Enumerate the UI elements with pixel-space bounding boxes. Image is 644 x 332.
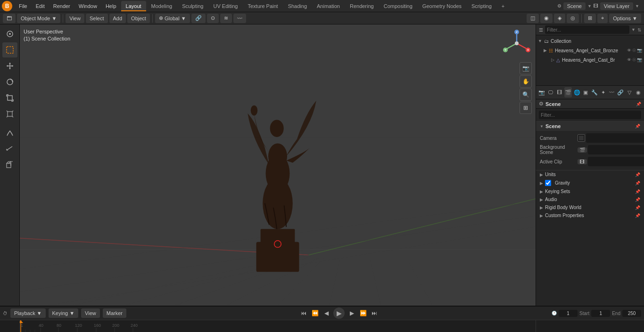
object-mode-btn[interactable]: Object Mode ▼	[17, 14, 60, 23]
menu-file[interactable]: File	[15, 2, 31, 10]
props-modifier-icon[interactable]: 🔧	[590, 87, 598, 97]
props-material-icon[interactable]: ◉	[634, 87, 642, 97]
editor-type-btn[interactable]: 🗔	[3, 14, 16, 23]
prev-frame-btn[interactable]: ◀	[322, 309, 330, 317]
props-data-icon[interactable]: ▽	[626, 87, 634, 97]
select-menu-btn[interactable]: Select	[86, 14, 108, 23]
tab-rendering[interactable]: Rendering	[345, 1, 379, 11]
tab-animation[interactable]: Animation	[312, 1, 345, 11]
gravity-pin[interactable]: 📌	[635, 181, 640, 186]
transform-extra-btn[interactable]: ≋	[220, 14, 232, 23]
falloff-btn[interactable]: 〰	[233, 14, 246, 23]
viewport-shading-wire-btn[interactable]: ◫	[527, 14, 539, 23]
next-keyframe-btn[interactable]: ⏩	[359, 309, 367, 317]
units-pin[interactable]: 📌	[635, 172, 640, 177]
proportional-btn[interactable]: ⊙	[207, 14, 219, 23]
play-first-btn[interactable]: ⏮	[299, 309, 308, 317]
active-clip-field[interactable]	[588, 157, 644, 166]
hand-tool-btn[interactable]: ✋	[520, 75, 532, 88]
snap-btn[interactable]: 🔗	[191, 14, 206, 23]
marker-btn[interactable]: Marker	[103, 308, 126, 318]
start-frame-input[interactable]: 1	[591, 310, 610, 317]
end-frame-input[interactable]: 250	[622, 310, 641, 317]
scene-section-pin[interactable]: 📌	[635, 124, 640, 129]
outliner-search-input[interactable]	[545, 25, 629, 34]
cursor-tool[interactable]	[2, 26, 17, 41]
props-particles-icon[interactable]: ✦	[599, 87, 607, 97]
menu-edit[interactable]: Edit	[32, 2, 49, 10]
tab-geometry-nodes[interactable]: Geometry Nodes	[418, 1, 466, 11]
tab-add[interactable]: +	[497, 1, 509, 11]
viewport-shading-mat-btn[interactable]: ◈	[554, 14, 565, 23]
camera-color-swatch[interactable]	[578, 134, 585, 142]
item0-visibility[interactable]: 👁	[627, 48, 631, 53]
tab-layout[interactable]: Layout	[121, 1, 146, 11]
item1-select[interactable]: ☉	[632, 57, 636, 62]
outliner-filter-icon[interactable]: ▼	[631, 27, 636, 32]
move-tool[interactable]	[2, 58, 17, 73]
outliner-item-0[interactable]: ▶ ☷ Heavens_Angel_Cast_Bronze 👁 ☉ 📷	[536, 46, 644, 55]
audio-section[interactable]: ▶ Audio 📌	[536, 195, 644, 203]
viewport-gizmo[interactable]: Z X Y	[503, 29, 531, 57]
keying-pin[interactable]: 📌	[635, 189, 640, 194]
viewport-3d[interactable]: User Perspective (1) Scene Collection Z …	[20, 24, 536, 306]
add-menu-btn[interactable]: Add	[109, 14, 126, 23]
gravity-checkbox[interactable]	[545, 180, 551, 186]
view-layer-selector[interactable]: View Layer	[600, 2, 633, 10]
bg-scene-icon-btn[interactable]: 🎬	[578, 147, 587, 153]
outliner-sort-icon[interactable]: ⇅	[637, 27, 641, 32]
viewport-shading-solid-btn[interactable]: ◉	[540, 14, 553, 23]
toggle-quads-btn[interactable]: ⊞	[520, 102, 532, 114]
props-world-icon[interactable]: 🌐	[573, 87, 581, 97]
item0-render[interactable]: 📷	[637, 48, 642, 53]
annotate-tool[interactable]	[2, 125, 17, 140]
scene-section-header[interactable]: ▼ Scene 📌	[536, 121, 644, 131]
add-cube-tool[interactable]	[2, 157, 17, 172]
outliner-scene-collection[interactable]: ▼ 🗂 Collection	[536, 36, 644, 46]
gizmo-btn[interactable]: ⌖	[597, 14, 608, 23]
view-timeline-btn[interactable]: View	[81, 308, 100, 318]
custom-props-section[interactable]: ▶ Custom Properties 📌	[536, 211, 644, 219]
props-output-icon[interactable]: 🖵	[547, 87, 555, 97]
view-menu-btn[interactable]: View	[66, 14, 84, 23]
rigid-body-section[interactable]: ▶ Rigid Body World 📌	[536, 203, 644, 211]
play-btn[interactable]: ▶	[333, 308, 345, 319]
prev-keyframe-btn[interactable]: ⏪	[311, 309, 319, 317]
camera-field[interactable]	[586, 133, 644, 143]
transform-btn[interactable]: ⊕ Global ▼	[155, 14, 190, 23]
tab-texture-paint[interactable]: Texture Paint	[243, 1, 282, 11]
outliner-item-1[interactable]: ▷ △ Heavens_Angel_Cast_Br 👁 ☉ 📷	[536, 55, 644, 65]
zoom-tool-btn[interactable]: 🔍	[520, 89, 532, 101]
viewport-shading-render-btn[interactable]: ◎	[567, 14, 579, 23]
rotate-tool[interactable]	[2, 74, 17, 89]
props-scene-icon[interactable]: 🎬	[564, 87, 572, 97]
props-render-icon[interactable]: 📷	[538, 87, 546, 97]
tab-shading[interactable]: Shading	[283, 1, 312, 11]
custom-props-pin[interactable]: 📌	[635, 213, 640, 218]
props-physics-icon[interactable]: 〰	[608, 87, 616, 97]
rigid-body-pin[interactable]: 📌	[635, 205, 640, 210]
keying-btn[interactable]: Keying ▼	[49, 308, 79, 318]
next-frame-btn[interactable]: ▶	[347, 309, 356, 317]
tab-sculpting[interactable]: Sculpting	[177, 1, 208, 11]
camera-view-btn[interactable]: 📷	[520, 62, 532, 74]
tab-scripting[interactable]: Scripting	[467, 1, 496, 11]
keying-section[interactable]: ▶ Keying Sets 📌	[536, 187, 644, 195]
measure-tool[interactable]	[2, 141, 17, 156]
props-object-icon[interactable]: ▣	[582, 87, 590, 97]
object-menu-btn[interactable]: Object	[127, 14, 150, 23]
timeline-frames[interactable]: 1 40 80 120 160 200 240	[20, 320, 536, 332]
gravity-section[interactable]: ▶ Gravity 📌	[536, 178, 644, 187]
tab-modeling[interactable]: Modeling	[147, 1, 177, 11]
menu-window[interactable]: Window	[75, 2, 101, 10]
menu-render[interactable]: Render	[50, 2, 74, 10]
scale-tool[interactable]	[2, 90, 17, 105]
props-search-input[interactable]	[539, 111, 641, 119]
options-btn[interactable]: Options ▼	[609, 14, 641, 23]
active-clip-icon-btn[interactable]: 🎞	[578, 159, 587, 164]
bg-scene-field[interactable]	[588, 145, 644, 154]
scene-selector[interactable]: Scene	[563, 2, 586, 10]
tab-compositing[interactable]: Compositing	[379, 1, 417, 11]
transform-tool[interactable]	[2, 106, 17, 121]
item0-select[interactable]: ☉	[632, 48, 636, 53]
